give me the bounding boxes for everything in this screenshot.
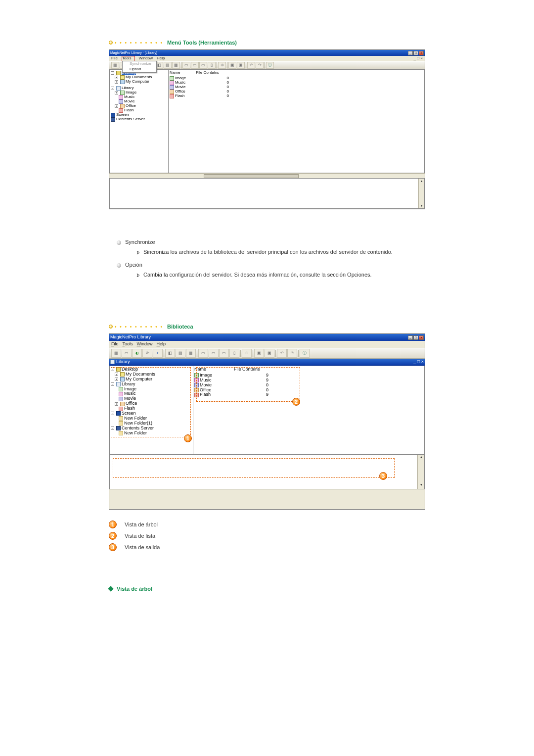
tb-btn[interactable]: ↶: [247, 62, 255, 69]
tb-btn[interactable]: ▭: [199, 62, 207, 69]
legend-label-2: Vista de lista: [125, 533, 155, 539]
mdi-max-icon[interactable]: □: [417, 359, 420, 364]
titlebar: MagicNetPro Library _ □ ×: [109, 334, 425, 341]
office-icon: [170, 90, 174, 94]
mdi-min-icon[interactable]: _: [413, 359, 416, 364]
min-icon[interactable]: _: [408, 51, 413, 55]
menu-help[interactable]: Help: [157, 342, 166, 347]
menubar: File Tools Synchronize Option Window Hel…: [109, 56, 425, 61]
tree-item[interactable]: My Computer: [126, 80, 149, 84]
legend-label-1: Vista de árbol: [125, 521, 158, 527]
tb-btn[interactable]: ⊕: [218, 62, 226, 69]
menu-window[interactable]: Window: [139, 56, 153, 61]
col-fc: File Contains: [196, 71, 219, 75]
max-icon[interactable]: □: [413, 51, 418, 55]
tb-btn[interactable]: ⓘ: [300, 349, 310, 358]
mdi-max-icon[interactable]: □: [417, 56, 419, 60]
tb-btn[interactable]: ↷: [287, 349, 297, 358]
mdi-min-icon[interactable]: _: [414, 56, 416, 60]
tb-btn[interactable]: ▭: [209, 349, 219, 358]
tb-btn[interactable]: ▯: [229, 349, 239, 358]
opcion-desc: Cambia la configuración del servidor. Si…: [143, 271, 372, 280]
mdi-close-icon[interactable]: ×: [421, 359, 424, 364]
menu-file[interactable]: File: [111, 56, 118, 61]
list-view[interactable]: Name File Contains Image0 Music0 Movie0 …: [169, 69, 425, 173]
tb-btn[interactable]: ▣: [265, 349, 274, 358]
tb-btn[interactable]: ▭: [219, 349, 229, 358]
tb-btn[interactable]: ▦: [111, 349, 121, 358]
diamond-icon: [108, 586, 113, 591]
tb-btn[interactable]: ▯: [208, 62, 216, 69]
close-icon[interactable]: ×: [419, 335, 424, 340]
tb-btn[interactable]: ▦: [172, 62, 180, 69]
tb-btn[interactable]: ▤: [164, 62, 172, 69]
tb-btn[interactable]: ▭: [182, 62, 190, 69]
output-area: 3 ▴ ▾: [109, 455, 425, 489]
tree-view[interactable]: −Desktop +My Documents +My Computer −Lib…: [109, 69, 169, 173]
list-view[interactable]: Name File Contains Image9 Music9 Movie0 …: [193, 366, 425, 455]
tb-btn[interactable]: ▭: [122, 349, 132, 358]
menu-window[interactable]: Window: [137, 342, 153, 347]
tb-btn[interactable]: ↶: [277, 349, 287, 358]
image-icon: [170, 76, 174, 81]
file-count: 0: [209, 81, 229, 85]
scroll-up-icon[interactable]: ▴: [419, 179, 424, 184]
tb-btn[interactable]: ⓘ: [266, 62, 274, 69]
list-item[interactable]: Flash: [175, 94, 185, 98]
menu-tools[interactable]: Tools: [122, 56, 132, 60]
menu-item-sync[interactable]: Synchronize: [123, 61, 156, 67]
tools-dropdown: Synchronize Option: [122, 61, 157, 73]
min-icon[interactable]: _: [408, 335, 413, 340]
tb-btn[interactable]: ▤: [176, 349, 185, 358]
tb-btn[interactable]: ▣: [228, 62, 236, 69]
tb-btn[interactable]: ▣: [254, 349, 264, 358]
tb-btn[interactable]: ▦: [111, 62, 119, 69]
movie-icon: [170, 85, 174, 90]
scrollbar-v[interactable]: ▴ ▾: [417, 455, 424, 489]
file-count: 0: [209, 76, 229, 81]
tb-btn[interactable]: ⊕: [242, 349, 252, 358]
bullet-icon: [117, 240, 121, 245]
tb-btn[interactable]: ▭: [198, 349, 208, 358]
tree-item[interactable]: Contents Server: [116, 117, 145, 122]
menu-help[interactable]: Help: [157, 56, 165, 61]
scroll-down-icon[interactable]: ▾: [418, 483, 424, 489]
callout-3: 3: [379, 472, 387, 480]
window-title: MagicNetPro Library: [110, 335, 151, 340]
lib-icon: [116, 86, 121, 91]
max-icon[interactable]: □: [413, 335, 418, 340]
scrollbar-v[interactable]: ▴ ▾: [418, 179, 424, 208]
window-title: MagicNetPro Library · [Library]: [110, 51, 157, 55]
tb-btn[interactable]: ◧: [165, 349, 175, 358]
tb-btn[interactable]: ▭: [191, 62, 199, 69]
tb-btn[interactable]: ▣: [237, 62, 245, 69]
legend-badge-3: 3: [109, 543, 117, 551]
menu-tools[interactable]: Tools: [123, 342, 133, 347]
tree-view[interactable]: −Desktop +My Documents +My Computer −Lib…: [109, 366, 193, 455]
scroll-up-icon[interactable]: ▴: [418, 455, 424, 461]
subsection-heading: Vista de árbol: [109, 586, 425, 592]
tb-btn[interactable]: T: [153, 349, 163, 358]
mdi-close-icon[interactable]: ×: [420, 56, 423, 60]
scroll-down-icon[interactable]: ▾: [419, 203, 424, 208]
tb-btn[interactable]: ⟳: [142, 349, 152, 358]
tb-btn[interactable]: ↷: [256, 62, 264, 69]
dots-icon: • • • • • • • • • •: [115, 40, 163, 46]
window-footer-gap: [109, 489, 425, 509]
cs-icon: [111, 117, 115, 122]
section-title: Biblioteca: [167, 324, 193, 330]
inner-titlebar: Library _ □ ×: [109, 359, 425, 366]
callout-1: 1: [184, 434, 192, 442]
tb-btn[interactable]: ▦: [186, 349, 196, 358]
screenshot-biblioteca: MagicNetPro Library _ □ × File Tools Win…: [109, 333, 425, 510]
menu-item-option[interactable]: Option: [123, 67, 156, 72]
menu-file[interactable]: File: [111, 342, 119, 347]
output-area: ▴ ▾: [109, 178, 425, 209]
synchronize-heading: Synchronize: [125, 239, 155, 245]
dots-icon: • • • • • • • • • •: [115, 324, 163, 330]
file-count: 0: [209, 90, 229, 94]
scrollbar-h[interactable]: [109, 173, 425, 178]
close-icon[interactable]: ×: [419, 51, 424, 55]
tb-btn[interactable]: ◐: [132, 349, 142, 358]
desktop-icon: [116, 71, 121, 75]
